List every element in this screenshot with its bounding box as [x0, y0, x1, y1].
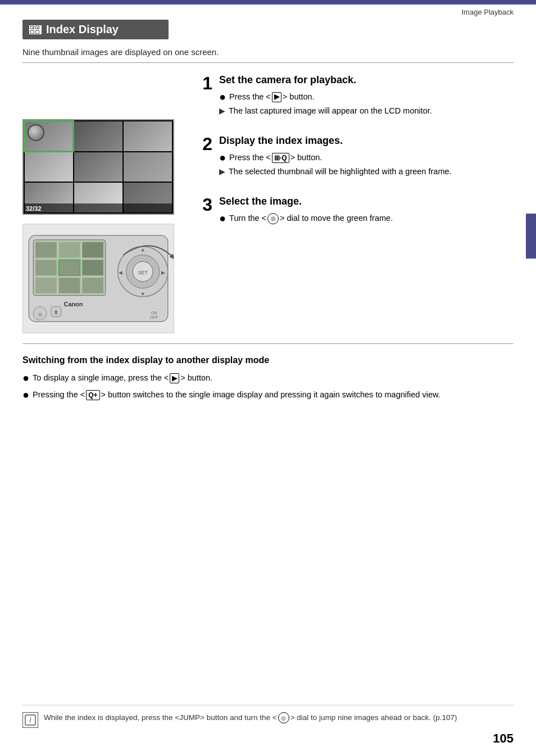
thumbnail-grid — [24, 120, 173, 214]
arrow-2-2: ▶ — [219, 167, 225, 176]
step-3: 3 Select the image. ● Turn the <◎> dial … — [197, 196, 514, 227]
page-number: 105 — [493, 731, 514, 746]
bullet-dot-1-1: ● — [219, 91, 226, 102]
bullet-dot-2-1: ● — [219, 152, 226, 163]
svg-text:ON: ON — [151, 311, 157, 315]
svg-rect-17 — [82, 260, 103, 275]
step-3-title: Select the image. — [219, 196, 514, 208]
bullet-dot-3-1: ● — [219, 212, 226, 224]
svg-rect-13 — [59, 242, 80, 258]
svg-rect-14 — [82, 242, 103, 258]
svg-text:SET: SET — [138, 270, 148, 275]
svg-rect-19 — [59, 278, 80, 293]
step-2-title: Display the index images. — [219, 135, 514, 147]
switching-bullet-2: ● Pressing the <Q+> button switches to t… — [22, 389, 514, 401]
step-2: 2 Display the index images. ● Press the … — [197, 135, 514, 180]
bottom-note-text: While the index is displayed, press the … — [44, 712, 457, 723]
switching-title: Switching from the index display to anot… — [22, 355, 514, 365]
step-3-bullet-1: ● Turn the <◎> dial to move the green fr… — [219, 212, 514, 224]
svg-text:i: i — [30, 716, 32, 724]
step-1-number: 1 — [197, 74, 212, 92]
step-2-bullet-1: ● Press the <⊞·Q> button. — [219, 152, 514, 163]
step-1: 1 Set the camera for playback. ● Press t… — [197, 74, 514, 119]
subtitle: Nine thumbnail images are displayed on o… — [22, 47, 514, 57]
step-2-bullet-2: ▶ The selected thumbnail will be highlig… — [219, 166, 514, 177]
step-1-content: Set the camera for playback. ● Press the… — [219, 74, 514, 119]
svg-rect-6 — [31, 31, 34, 33]
steps-column: 1 Set the camera for playback. ● Press t… — [185, 74, 514, 338]
thumb-cell-5 — [74, 152, 122, 182]
section-title-box: Index Display — [22, 20, 169, 39]
svg-text:▶: ▶ — [161, 270, 165, 275]
playback-button-icon: ▶ — [272, 92, 281, 102]
dial-note-icon: ◎ — [278, 712, 289, 723]
divider — [22, 62, 514, 63]
step-3-content: Select the image. ● Turn the <◎> dial to… — [219, 196, 514, 227]
switching-divider — [22, 343, 514, 344]
index-display-icon — [29, 25, 42, 34]
note-icon: i — [22, 712, 38, 728]
zoom-btn-icon: Q+ — [86, 390, 99, 400]
arrow-1-2: ▶ — [219, 106, 225, 115]
step-1-bullet-1: ● Press the <▶> button. — [219, 91, 514, 102]
svg-text:◀: ◀ — [119, 270, 122, 275]
step-2-bullet-2-text: The selected thumbnail will be highlight… — [229, 166, 452, 177]
svg-rect-7 — [36, 31, 39, 33]
top-bar — [0, 0, 536, 4]
step-1-title: Set the camera for playback. — [219, 74, 514, 87]
svg-text:▼: ▼ — [140, 291, 146, 297]
step-2-content: Display the index images. ● Press the <⊞… — [219, 135, 514, 180]
section-title-text: Index Display — [46, 23, 119, 36]
step-3-number: 3 — [197, 196, 212, 214]
camera-screen-image: 32/32 — [22, 119, 174, 215]
step-2-number: 2 — [197, 135, 212, 153]
svg-rect-12 — [35, 242, 57, 258]
screen-counter: 32/32 — [26, 205, 42, 212]
dial-icon: ◎ — [267, 213, 279, 224]
thumb-cell-3 — [124, 121, 172, 151]
right-sidebar-tab — [526, 214, 536, 259]
svg-text:▲: ▲ — [140, 247, 146, 252]
svg-rect-20 — [82, 278, 103, 293]
thumb-cell-2 — [74, 121, 122, 151]
step-1-bullet-1-text: Press the <▶> button. — [229, 91, 315, 102]
switching-section: Switching from the index display to anot… — [22, 343, 514, 401]
switching-bullet-2-text: Pressing the <Q+> button switches to the… — [33, 389, 440, 401]
step-1-bullet-2-text: The last captured image will appear on t… — [229, 105, 432, 116]
camera-body-image: Canon SET ▲ ▼ ◀ ▶ ◎ 🗑 — [22, 224, 174, 333]
switching-bullet-1-text: To display a single image, press the <▶>… — [33, 372, 212, 384]
svg-rect-15 — [35, 260, 57, 275]
switching-bullet-dot-1: ● — [22, 372, 29, 383]
screen-bottom-bar: 32/32 — [24, 203, 173, 214]
steps-area: 32/32 — [22, 74, 514, 338]
svg-rect-18 — [35, 278, 57, 293]
svg-text:Canon: Canon — [64, 301, 83, 307]
svg-text:◎: ◎ — [38, 312, 42, 317]
bottom-note: i While the index is displayed, press th… — [22, 705, 514, 728]
step-2-bullet-1-text: Press the <⊞·Q> button. — [229, 152, 322, 163]
page-header-label: Image Playback — [462, 8, 514, 16]
thumb-cell-4 — [25, 152, 73, 182]
svg-rect-16 — [59, 260, 80, 275]
switching-bullet-dot-2: ● — [22, 389, 29, 400]
thumb-cell-1 — [25, 121, 73, 151]
index-zoom-button-icon: ⊞·Q — [272, 153, 289, 163]
main-content: Index Display Nine thumbnail images are … — [22, 20, 514, 734]
step-3-bullet-1-text: Turn the <◎> dial to move the green fram… — [229, 212, 393, 224]
thumb-cell-6 — [124, 152, 172, 182]
page-header: Image Playback — [462, 8, 514, 16]
svg-text:OFF: OFF — [150, 315, 158, 319]
images-column: 32/32 — [22, 74, 185, 338]
switching-bullet-1: ● To display a single image, press the <… — [22, 372, 514, 384]
svg-text:🗑: 🗑 — [54, 310, 58, 315]
svg-rect-8 — [33, 27, 34, 28]
step-1-bullet-2: ▶ The last captured image will appear on… — [219, 105, 514, 116]
playback-btn-2-icon: ▶ — [170, 373, 179, 383]
svg-rect-9 — [37, 27, 38, 28]
